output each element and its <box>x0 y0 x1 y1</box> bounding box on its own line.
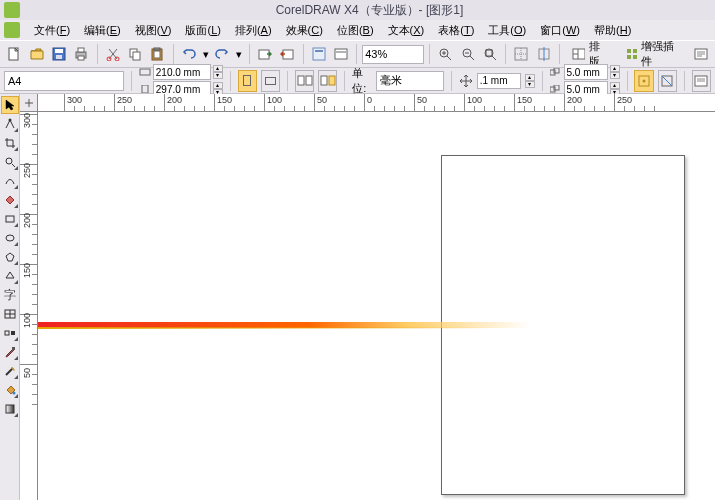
ellipse-tool[interactable] <box>1 229 19 247</box>
all-pages-button[interactable] <box>295 70 314 92</box>
drawing-canvas[interactable] <box>38 112 715 500</box>
svg-rect-18 <box>335 49 347 59</box>
shape-tool[interactable] <box>1 115 19 133</box>
current-page-button[interactable] <box>318 70 337 92</box>
copy-button[interactable] <box>125 43 145 65</box>
width-spinner[interactable]: ▴▾ <box>213 65 223 79</box>
toolbox: 字 <box>0 94 20 500</box>
smart-fill-tool[interactable] <box>1 191 19 209</box>
print-button[interactable] <box>71 43 91 65</box>
table-tool[interactable] <box>1 305 19 323</box>
menu-help[interactable]: 帮助(H) <box>588 21 637 40</box>
svg-rect-35 <box>321 76 327 85</box>
ruler-origin[interactable] <box>20 94 38 112</box>
new-button[interactable] <box>4 43 24 65</box>
svg-rect-54 <box>6 405 14 413</box>
drawn-stroke[interactable] <box>38 322 530 328</box>
menu-text[interactable]: 文本(X) <box>382 21 431 40</box>
vertical-ruler[interactable]: 30025020015010050 <box>20 112 38 500</box>
svg-rect-6 <box>78 56 84 60</box>
nudge-spinner[interactable]: ▴▾ <box>525 74 535 88</box>
zoom-level-input[interactable] <box>362 45 424 64</box>
pick-tool[interactable] <box>1 96 19 114</box>
svg-point-45 <box>8 119 11 122</box>
paper-size-select[interactable] <box>4 71 124 91</box>
menu-layout[interactable]: 版面(L) <box>179 21 226 40</box>
app-launcher-button[interactable] <box>309 43 329 65</box>
open-button[interactable] <box>26 43 46 65</box>
horizontal-ruler[interactable]: 30025020015010050050100150200250 <box>38 94 715 112</box>
svg-rect-36 <box>329 76 335 85</box>
height-icon <box>139 85 151 93</box>
export-button[interactable] <box>277 43 297 65</box>
options-prop-button[interactable] <box>692 70 711 92</box>
svg-rect-16 <box>313 48 325 60</box>
cut-button[interactable] <box>102 43 122 65</box>
plugin-button[interactable]: 增强插件 <box>618 43 689 65</box>
undo-drop[interactable]: ▾ <box>201 43 210 65</box>
menu-table[interactable]: 表格(T) <box>432 21 480 40</box>
menu-edit[interactable]: 编辑(E) <box>78 21 127 40</box>
svg-point-42 <box>642 79 645 82</box>
polygon-tool[interactable] <box>1 248 19 266</box>
duplicate-x-input[interactable] <box>564 64 608 80</box>
svg-rect-12 <box>154 51 160 58</box>
text-tool[interactable]: 字 <box>1 286 19 304</box>
nudge-icon <box>459 74 473 88</box>
menu-arrange[interactable]: 排列(A) <box>229 21 278 40</box>
nudge-input[interactable] <box>477 73 521 89</box>
portrait-button[interactable] <box>238 70 257 92</box>
save-button[interactable] <box>49 43 69 65</box>
freehand-tool[interactable] <box>1 172 19 190</box>
svg-rect-22 <box>486 50 492 56</box>
interactive-blend-tool[interactable] <box>1 324 19 342</box>
zoom-out-button[interactable] <box>458 43 478 65</box>
dup-x-spinner[interactable]: ▴▾ <box>610 65 620 79</box>
snap-button[interactable] <box>511 43 531 65</box>
redo-button[interactable] <box>212 43 232 65</box>
menubar: 文件(F) 编辑(E) 视图(V) 版面(L) 排列(A) 效果(C) 位图(B… <box>0 20 715 40</box>
layout-panel-button[interactable]: 排版 <box>565 43 616 65</box>
import-button[interactable] <box>255 43 275 65</box>
menu-window[interactable]: 窗口(W) <box>534 21 586 40</box>
eyedropper-tool[interactable] <box>1 343 19 361</box>
dynamic-guides-button[interactable] <box>658 70 677 92</box>
crop-tool[interactable] <box>1 134 19 152</box>
svg-rect-3 <box>56 55 62 59</box>
basic-shapes-tool[interactable] <box>1 267 19 285</box>
svg-rect-26 <box>627 49 631 53</box>
svg-rect-47 <box>6 216 14 222</box>
svg-point-48 <box>6 235 14 241</box>
dup-y-icon <box>550 85 562 93</box>
titlebar: CorelDRAW X4（专业版）- [图形1] <box>0 0 715 20</box>
zoom-tool[interactable] <box>1 153 19 171</box>
svg-rect-34 <box>306 76 312 85</box>
snap-to-objects-button[interactable] <box>634 70 653 92</box>
menu-file[interactable]: 文件(F) <box>28 21 76 40</box>
landscape-button[interactable] <box>261 70 280 92</box>
menu-view[interactable]: 视图(V) <box>129 21 178 40</box>
undo-button[interactable] <box>178 43 198 65</box>
outline-tool[interactable] <box>1 362 19 380</box>
svg-rect-10 <box>133 52 140 60</box>
zoom-in-button[interactable] <box>435 43 455 65</box>
paste-button[interactable] <box>147 43 167 65</box>
menu-effects[interactable]: 效果(C) <box>280 21 329 40</box>
rectangle-tool[interactable] <box>1 210 19 228</box>
fill-tool[interactable] <box>1 381 19 399</box>
menu-tools[interactable]: 工具(O) <box>482 21 532 40</box>
options-button[interactable] <box>691 43 711 65</box>
svg-rect-2 <box>55 49 63 53</box>
page-width-input[interactable] <box>153 64 211 80</box>
guidelines-button[interactable] <box>534 43 554 65</box>
redo-drop[interactable]: ▾ <box>235 43 244 65</box>
welcome-button[interactable] <box>331 43 351 65</box>
svg-rect-32 <box>142 85 148 93</box>
property-bar: ▴▾ ▴▾ 单位: ▴▾ ▴▾ ▴▾ <box>0 68 715 94</box>
width-icon <box>139 68 151 76</box>
interactive-fill-tool[interactable] <box>1 400 19 418</box>
zoom-fit-button[interactable] <box>480 43 500 65</box>
canvas-area: 30025020015010050050100150200250 3002502… <box>20 94 715 500</box>
unit-select[interactable] <box>376 71 444 91</box>
menu-bitmap[interactable]: 位图(B) <box>331 21 380 40</box>
